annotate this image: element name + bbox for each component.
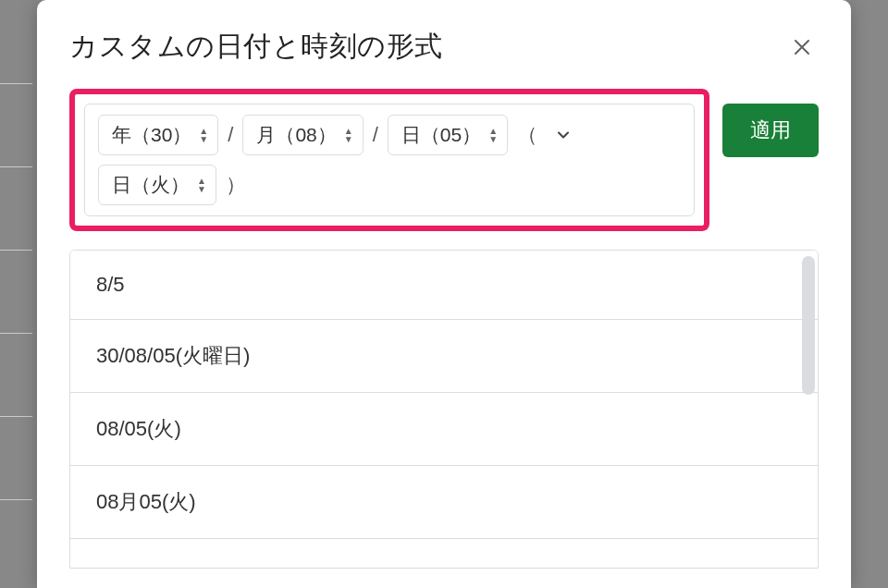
token-weekday[interactable]: 日（火） ▲▼ — [98, 165, 216, 205]
token-label: 年（30） — [112, 114, 191, 156]
stepper-icon: ▲▼ — [344, 127, 353, 143]
separator-paren-open: （ — [515, 114, 539, 156]
token-month[interactable]: 月（08） ▲▼ — [242, 115, 363, 155]
format-options-list: 8/5 30/08/05(火曜日) 08/05(火) 08月05(火) — [69, 250, 819, 569]
chevron-down-icon — [554, 126, 573, 144]
separator-paren-close: ） — [224, 164, 248, 206]
dialog-header: カスタムの日付と時刻の形式 — [69, 28, 819, 66]
format-option[interactable]: 08月05(火) — [70, 466, 818, 539]
format-option[interactable]: 8/5 — [70, 251, 818, 320]
format-builder-highlight: 年（30） ▲▼ / 月（08） ▲▼ / 日（05） ▲▼ — [69, 89, 709, 231]
stepper-icon: ▲▼ — [488, 127, 498, 143]
stepper-icon: ▲▼ — [199, 127, 208, 143]
format-builder-input[interactable]: 年（30） ▲▼ / 月（08） ▲▼ / 日（05） ▲▼ — [84, 104, 695, 216]
format-option[interactable]: 08/05(火) — [70, 393, 818, 466]
close-icon — [791, 36, 813, 58]
builder-row: 年（30） ▲▼ / 月（08） ▲▼ / 日（05） ▲▼ — [69, 89, 819, 231]
separator-slash: / — [371, 114, 380, 156]
add-token-dropdown[interactable] — [547, 115, 580, 155]
token-day[interactable]: 日（05） ▲▼ — [388, 115, 508, 155]
apply-button[interactable]: 適用 — [722, 104, 819, 157]
token-label: 月（08） — [256, 114, 336, 156]
stepper-icon: ▲▼ — [197, 177, 206, 193]
custom-date-format-dialog: カスタムの日付と時刻の形式 年（30） ▲▼ / 月（08） ▲▼ — [37, 0, 851, 588]
dialog-title: カスタムの日付と時刻の形式 — [69, 28, 443, 66]
separator-slash: / — [226, 114, 235, 156]
scrollbar-thumb[interactable] — [802, 256, 815, 395]
token-label: 日（火） — [112, 164, 190, 206]
format-option[interactable]: 30/08/05(火曜日) — [70, 320, 818, 393]
token-label: 日（05） — [401, 114, 481, 156]
close-button[interactable] — [785, 31, 819, 64]
token-year[interactable]: 年（30） ▲▼ — [98, 115, 218, 155]
format-options-scroll[interactable]: 8/5 30/08/05(火曜日) 08/05(火) 08月05(火) — [70, 251, 818, 568]
